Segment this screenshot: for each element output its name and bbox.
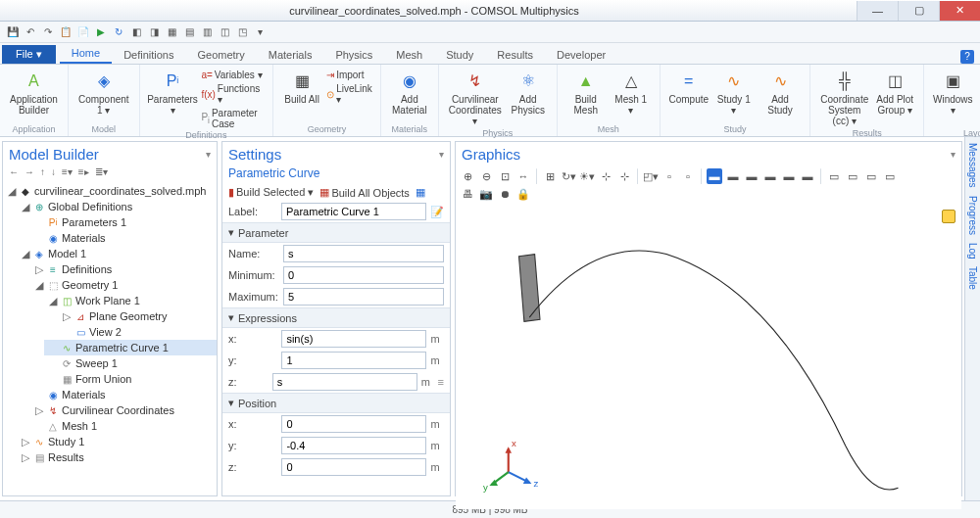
- build-all-objects-button[interactable]: ▦Build All Objects: [319, 186, 409, 199]
- fwd-icon[interactable]: →: [24, 166, 34, 177]
- graphics-indicator-icon[interactable]: [942, 210, 956, 223]
- param-min-input[interactable]: [283, 266, 444, 284]
- render2-icon[interactable]: ▬: [744, 168, 760, 184]
- sel2-icon[interactable]: ▫: [662, 168, 677, 184]
- tab-study[interactable]: Study: [434, 46, 485, 64]
- mesh-1-button[interactable]: △Mesh 1 ▾: [609, 67, 654, 118]
- orbit-icon[interactable]: ↻▾: [561, 168, 576, 184]
- flyout-progress[interactable]: Progress: [967, 196, 978, 235]
- sel3-icon[interactable]: ▫: [680, 168, 696, 184]
- model-tree[interactable]: ◢◆curvilinear_coordinates_solved.mph ◢⊕G…: [3, 181, 217, 495]
- flyout-table[interactable]: Table: [967, 266, 978, 290]
- tab-mesh[interactable]: Mesh: [384, 46, 434, 64]
- save-icon[interactable]: 💾: [6, 25, 20, 39]
- refresh-icon[interactable]: ↻: [112, 25, 125, 39]
- section-expressions[interactable]: ▾Expressions: [222, 307, 450, 328]
- zoom-box-icon[interactable]: ⊡: [497, 168, 513, 184]
- generic-icon[interactable]: ◧: [129, 25, 143, 39]
- add-physics-button[interactable]: ⚛Add Physics: [506, 67, 551, 128]
- coordinate-system-button[interactable]: ╬Coordinate System (cc) ▾: [816, 67, 872, 128]
- close-button[interactable]: ✕: [939, 1, 980, 21]
- view-icon[interactable]: ⊞: [542, 168, 558, 184]
- build-all-button[interactable]: ▦Build All: [279, 67, 324, 107]
- generic-icon[interactable]: ◳: [235, 25, 249, 39]
- flyout-messages[interactable]: Messages: [967, 143, 978, 188]
- render9-icon[interactable]: ▭: [882, 168, 898, 184]
- undo-icon[interactable]: ↶: [24, 25, 37, 39]
- pos-z-input[interactable]: [281, 458, 426, 476]
- panel-menu-icon[interactable]: ▾: [439, 149, 444, 160]
- add-plot-group-button[interactable]: ◫Add Plot Group ▾: [872, 67, 917, 128]
- parameter-case-button[interactable]: PiParameter Case: [199, 107, 267, 130]
- render8-icon[interactable]: ▭: [863, 168, 879, 184]
- clip-icon[interactable]: ▬: [707, 168, 722, 184]
- tree-node-parametric-curve[interactable]: ∿Parametric Curve 1: [44, 340, 217, 355]
- generic-icon[interactable]: ◨: [147, 25, 161, 39]
- tab-developer[interactable]: Developer: [545, 46, 617, 64]
- variables-button[interactable]: a=Variables ▾: [199, 69, 267, 81]
- axis-icon[interactable]: ⊹: [598, 168, 613, 184]
- render3-icon[interactable]: ▬: [762, 168, 778, 184]
- edit-label-icon[interactable]: 📝: [430, 206, 444, 218]
- add-study-button[interactable]: ∿Add Study: [757, 67, 805, 118]
- generic-icon[interactable]: ▥: [200, 25, 214, 39]
- zoom-out-icon[interactable]: ⊖: [478, 168, 494, 184]
- generic-icon[interactable]: ◫: [218, 25, 231, 39]
- run-icon[interactable]: ▶: [94, 25, 108, 39]
- minimize-button[interactable]: —: [857, 1, 898, 21]
- panel-menu-icon[interactable]: ▾: [951, 149, 956, 160]
- compute-button[interactable]: =Compute: [666, 67, 711, 118]
- render7-icon[interactable]: ▭: [845, 168, 860, 184]
- redo-icon[interactable]: ↷: [41, 25, 55, 39]
- paste-icon[interactable]: 📄: [76, 25, 90, 39]
- render4-icon[interactable]: ▬: [781, 168, 797, 184]
- flyout-log[interactable]: Log: [967, 243, 978, 259]
- component-button[interactable]: ◈Component 1 ▾: [74, 67, 133, 118]
- param-max-input[interactable]: [283, 288, 444, 306]
- tab-geometry[interactable]: Geometry: [185, 46, 256, 64]
- up-icon[interactable]: ↑: [40, 166, 45, 177]
- application-builder-button[interactable]: AApplication Builder: [6, 67, 62, 118]
- build-mesh-button[interactable]: ▲Build Mesh: [564, 67, 609, 118]
- tab-home[interactable]: Home: [60, 44, 112, 64]
- livelink-button[interactable]: ⊙LiveLink ▾: [324, 82, 374, 106]
- reset-desktop-button[interactable]: ⟲Reset Desktop ▾: [975, 67, 980, 128]
- print-icon[interactable]: 🖶: [460, 186, 475, 202]
- import-button[interactable]: ⇥Import: [324, 69, 374, 81]
- generic-icon[interactable]: ▤: [182, 25, 196, 39]
- expr-z-input[interactable]: [272, 373, 417, 391]
- build-selected-button[interactable]: ▮Build Selected ▾: [228, 186, 314, 199]
- tab-results[interactable]: Results: [485, 46, 545, 64]
- expr-x-input[interactable]: [281, 330, 426, 348]
- panel-menu-icon[interactable]: ▾: [206, 149, 211, 160]
- snapshot-icon[interactable]: 📷: [478, 186, 494, 202]
- add-material-button[interactable]: ◉Add Material: [387, 67, 432, 118]
- tab-definitions[interactable]: Definitions: [112, 46, 185, 64]
- pos-y-input[interactable]: [281, 437, 426, 454]
- render6-icon[interactable]: ▭: [826, 168, 842, 184]
- parameters-button[interactable]: PiParameters ▾: [146, 67, 200, 130]
- tab-physics[interactable]: Physics: [323, 46, 384, 64]
- settings-extra-icon[interactable]: ▦: [416, 186, 425, 199]
- functions-button[interactable]: f(x)Functions ▾: [199, 82, 267, 106]
- copy-icon[interactable]: 📋: [59, 25, 73, 39]
- windows-button[interactable]: ▣Windows ▾: [930, 67, 975, 128]
- label-input[interactable]: [281, 203, 426, 220]
- curvilinear-coords-button[interactable]: ↯Curvilinear Coordinates ▾: [445, 67, 506, 128]
- section-parameter[interactable]: ▾Parameter: [222, 222, 450, 243]
- collapse-icon[interactable]: ≡▾: [62, 166, 73, 177]
- study-1-button[interactable]: ∿Study 1 ▾: [711, 67, 757, 118]
- zoom-in-icon[interactable]: ⊕: [460, 168, 475, 184]
- generic-icon[interactable]: ▾: [253, 25, 267, 39]
- render1-icon[interactable]: ▬: [725, 168, 741, 184]
- maximize-button[interactable]: ▢: [898, 1, 939, 21]
- expr-y-input[interactable]: [281, 352, 426, 369]
- layers-icon[interactable]: ≡: [438, 376, 444, 388]
- down-icon[interactable]: ↓: [51, 166, 56, 177]
- zoom-extents-icon[interactable]: ↔: [515, 168, 531, 184]
- list-icon[interactable]: ≣▾: [95, 166, 108, 177]
- render5-icon[interactable]: ▬: [800, 168, 815, 184]
- light-icon[interactable]: ☀▾: [579, 168, 595, 184]
- section-position[interactable]: ▾Position: [222, 393, 450, 413]
- pos-x-input[interactable]: [281, 415, 426, 433]
